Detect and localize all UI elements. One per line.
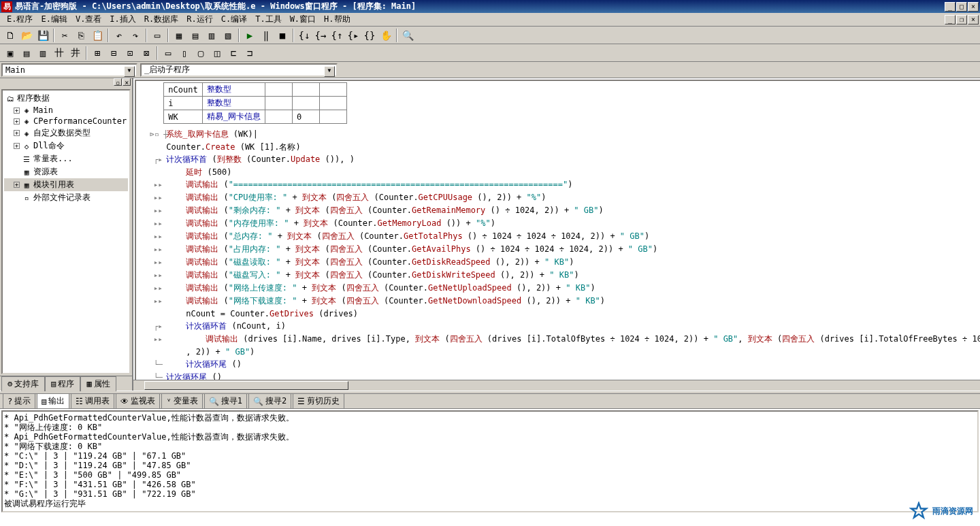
copy-icon[interactable]: ⎘ [74, 28, 88, 43]
mdi-restore-button[interactable]: ❐ [956, 15, 967, 24]
tree-item[interactable]: +◈CPerformanceCounter [4, 116, 128, 127]
t2-7-icon[interactable]: ⊟ [106, 46, 121, 61]
tab-hint[interactable]: ?提示 [3, 393, 35, 409]
menu-window[interactable]: W.窗口 [286, 12, 320, 27]
pause-icon[interactable]: ‖ [259, 28, 274, 43]
maximize-button[interactable]: □ [956, 2, 967, 12]
ref-icon: ▦ [22, 181, 31, 189]
project-tree[interactable]: 🗂程序数据 +◈Main +◈CPerformanceCounter +◈自定义… [1, 89, 131, 374]
tab-search1[interactable]: 🔍搜寻1 [204, 393, 247, 409]
t2-8-icon[interactable]: ⊡ [122, 46, 137, 61]
lib-icon: ⚙ [7, 379, 12, 389]
tree-item[interactable]: ▦资源表 [4, 165, 128, 178]
code-body[interactable]: ⊳▫ ┼系统_取网卡信息 (WK)|Counter.Create (WK [1]… [136, 128, 980, 389]
cut-icon[interactable]: ✂ [57, 28, 72, 43]
redo-icon[interactable]: ↷ [128, 28, 143, 43]
stop-icon[interactable]: ■ [275, 28, 290, 43]
menu-compile[interactable]: C.编译 [217, 12, 251, 27]
watch-icon: 👁 [120, 397, 129, 406]
t2-1-icon[interactable]: ▣ [3, 46, 18, 61]
mdi-minimize-button[interactable]: _ [945, 15, 956, 24]
tab-program[interactable]: ▤程序 [45, 376, 80, 391]
expander-icon[interactable]: + [14, 182, 20, 188]
tab-output[interactable]: ▤输出 [37, 393, 69, 409]
hand-icon[interactable]: ✋ [378, 28, 393, 43]
t2-4-icon[interactable]: 卄 [52, 46, 67, 61]
run-icon[interactable]: ▶ [242, 28, 257, 43]
left-panel: ▫ × 🗂程序数据 +◈Main +◈CPerformanceCounter +… [0, 78, 133, 391]
tab-callstack[interactable]: ☷调用表 [71, 393, 114, 409]
menu-edit[interactable]: E.编辑 [37, 12, 71, 27]
form2-icon[interactable]: ▤ [188, 28, 203, 43]
t2-3-icon[interactable]: ▥ [35, 46, 50, 61]
window-icon[interactable]: ▭ [150, 28, 165, 43]
find-icon[interactable]: 🔍 [400, 28, 415, 43]
t2-15-icon[interactable]: ⊐ [242, 46, 257, 61]
stack-icon: ☷ [76, 397, 83, 406]
t2-2-icon[interactable]: ▤ [19, 46, 34, 61]
search-icon: 🔍 [209, 397, 219, 406]
menu-view[interactable]: V.查看 [71, 12, 105, 27]
t2-11-icon[interactable]: ▯ [177, 46, 192, 61]
t2-9-icon[interactable]: ⊠ [139, 46, 154, 61]
tab-watch[interactable]: 👁监视表 [116, 393, 160, 409]
save-icon[interactable]: 💾 [35, 28, 50, 43]
tab-cliphistory[interactable]: ☰剪切历史 [293, 393, 344, 409]
panel-close-icon[interactable]: × [122, 78, 131, 86]
form3-icon[interactable]: ▥ [204, 28, 219, 43]
table-row[interactable]: WK精易_网卡信息0 [164, 110, 347, 124]
expander-icon[interactable]: + [14, 108, 20, 114]
t2-5-icon[interactable]: 井 [68, 46, 83, 61]
tree-item[interactable]: ☰常量表... [4, 152, 128, 165]
tree-item[interactable]: +◇Dll命令 [4, 139, 128, 152]
step-over-icon[interactable]: {→ [313, 28, 328, 43]
expander-icon[interactable]: + [14, 143, 20, 149]
run-to-icon[interactable]: {▸ [346, 28, 361, 43]
new-icon[interactable]: 🗋 [3, 28, 18, 43]
tab-support[interactable]: ⚙支持库 [1, 376, 45, 391]
open-icon[interactable]: 📂 [19, 28, 34, 43]
menu-program[interactable]: E.程序 [3, 12, 37, 27]
menu-help[interactable]: H.帮助 [320, 12, 354, 27]
menu-database[interactable]: R.数据库 [140, 12, 182, 27]
variable-table[interactable]: nCount整数型 i整数型 WK精易_网卡信息0 [163, 82, 347, 124]
tree-item[interactable]: +◈Main [4, 105, 128, 116]
undo-icon[interactable]: ↶ [112, 28, 127, 43]
t2-6-icon[interactable]: ⊞ [90, 46, 105, 61]
clip-icon: ☰ [297, 397, 305, 406]
t2-12-icon[interactable]: ▢ [193, 46, 208, 61]
step-out-icon[interactable]: {↑ [329, 28, 344, 43]
step-into-icon[interactable]: {↓ [297, 28, 312, 43]
minimize-button[interactable]: _ [945, 2, 956, 12]
tab-vars[interactable]: ᵛ变量表 [161, 393, 202, 409]
code-editor[interactable]: nCount整数型 i整数型 WK精易_网卡信息0 ⊳▫ ┼系统_取网卡信息 (… [133, 78, 980, 391]
tree-root[interactable]: 🗂程序数据 [4, 92, 128, 105]
close-button[interactable]: × [968, 2, 979, 12]
mdi-close-button[interactable]: × [968, 15, 979, 24]
t2-13-icon[interactable]: ◫ [210, 46, 225, 61]
table-row[interactable]: i整数型 [164, 97, 347, 110]
paste-icon[interactable]: 📋 [90, 28, 105, 43]
t2-10-icon[interactable]: ▭ [161, 46, 176, 61]
panel-dock-icon[interactable]: ▫ [114, 78, 122, 86]
method-combo[interactable]: _启动子程序 [140, 63, 338, 77]
expander-icon[interactable]: + [14, 118, 20, 125]
tree-item[interactable]: ▫外部文件记录表 [4, 191, 128, 204]
menubar: E.程序 E.编辑 V.查看 I.插入 R.数据库 R.运行 C.编译 T.工具… [0, 13, 980, 27]
menu-run[interactable]: R.运行 [182, 12, 216, 27]
output-panel[interactable]: * Api_PdhGetFormattedCounterValue,性能计数器查… [1, 410, 979, 512]
tab-search2[interactable]: 🔍搜寻2 [248, 393, 291, 409]
menu-insert[interactable]: I.插入 [105, 12, 140, 27]
form1-icon[interactable]: ▦ [172, 28, 186, 43]
breakpoint-icon[interactable]: {} [362, 28, 377, 43]
table-row[interactable]: nCount整数型 [164, 83, 347, 97]
form4-icon[interactable]: ▧ [220, 28, 235, 43]
expander-icon[interactable]: + [14, 130, 20, 136]
class-combo[interactable]: Main [1, 63, 137, 77]
menu-tools[interactable]: T.工具 [251, 12, 285, 27]
t2-14-icon[interactable]: ⊏ [226, 46, 241, 61]
tab-property[interactable]: ▦属性 [80, 376, 116, 391]
tree-item[interactable]: +◈自定义数据类型 [4, 127, 128, 139]
horizontal-scrollbar[interactable] [133, 380, 980, 391]
tree-item-selected[interactable]: +▦模块引用表 [4, 178, 128, 191]
